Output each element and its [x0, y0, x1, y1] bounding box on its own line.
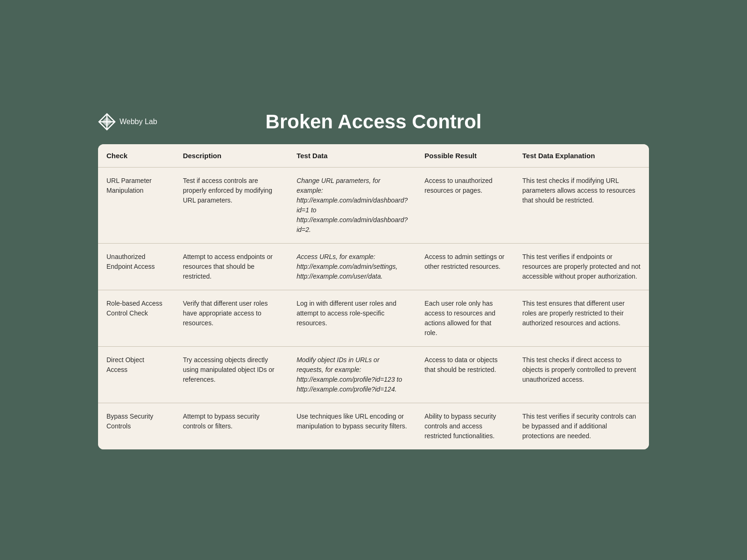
cell-testData: Modify object IDs in URLs or requests, f… — [288, 347, 416, 403]
table-wrapper: Check Description Test Data Possible Res… — [98, 144, 649, 449]
col-header-desc: Description — [175, 144, 289, 168]
cell-description: Attempt to bypass security controls or f… — [175, 403, 289, 450]
col-header-expl: Test Data Explanation — [514, 144, 649, 168]
cell-testDataExplanation: This test verifies if endpoints or resou… — [514, 244, 649, 290]
cell-description: Attempt to access endpoints or resources… — [175, 244, 289, 290]
cell-testData: Use techniques like URL encoding or mani… — [288, 403, 416, 450]
col-header-result: Possible Result — [416, 144, 514, 168]
cell-description: Test if access controls are properly enf… — [175, 168, 289, 244]
page-header: Webby Lab Broken Access Control — [98, 111, 649, 133]
cell-testData: Access URLs, for example: http://example… — [288, 244, 416, 290]
cell-check: Direct Object Access — [98, 347, 175, 403]
page-title: Broken Access Control — [98, 111, 649, 133]
cell-possibleResult: Access to admin settings or other restri… — [416, 244, 514, 290]
table-row: Direct Object AccessTry accessing object… — [98, 347, 649, 403]
logo: Webby Lab — [98, 113, 157, 131]
cell-possibleResult: Access to unauthorized resources or page… — [416, 168, 514, 244]
main-table: Check Description Test Data Possible Res… — [98, 144, 649, 449]
cell-testData: Log in with different user roles and att… — [288, 290, 416, 347]
page-container: Webby Lab Broken Access Control Check De… — [84, 97, 663, 463]
table-header-row: Check Description Test Data Possible Res… — [98, 144, 649, 168]
logo-icon — [98, 113, 116, 131]
table-row: Bypass Security ControlsAttempt to bypas… — [98, 403, 649, 450]
cell-testDataExplanation: This test ensures that different user ro… — [514, 290, 649, 347]
cell-possibleResult: Access to data or objects that should be… — [416, 347, 514, 403]
table-row: Unauthorized Endpoint AccessAttempt to a… — [98, 244, 649, 290]
cell-check: Role-based Access Control Check — [98, 290, 175, 347]
cell-check: URL Parameter Manipulation — [98, 168, 175, 244]
cell-check: Unauthorized Endpoint Access — [98, 244, 175, 290]
cell-testDataExplanation: This test checks if modifying URL parame… — [514, 168, 649, 244]
table-row: URL Parameter ManipulationTest if access… — [98, 168, 649, 244]
cell-testDataExplanation: This test verifies if security controls … — [514, 403, 649, 450]
cell-description: Verify that different user roles have ap… — [175, 290, 289, 347]
cell-possibleResult: Each user role only has access to resour… — [416, 290, 514, 347]
cell-testData: Change URL parameters, for example: http… — [288, 168, 416, 244]
cell-possibleResult: Ability to bypass security controls and … — [416, 403, 514, 450]
cell-testDataExplanation: This test checks if direct access to obj… — [514, 347, 649, 403]
col-header-test: Test Data — [288, 144, 416, 168]
logo-text: Webby Lab — [120, 118, 157, 126]
col-header-check: Check — [98, 144, 175, 168]
table-row: Role-based Access Control CheckVerify th… — [98, 290, 649, 347]
cell-description: Try accessing objects directly using man… — [175, 347, 289, 403]
table-body: URL Parameter ManipulationTest if access… — [98, 168, 649, 450]
cell-check: Bypass Security Controls — [98, 403, 175, 450]
